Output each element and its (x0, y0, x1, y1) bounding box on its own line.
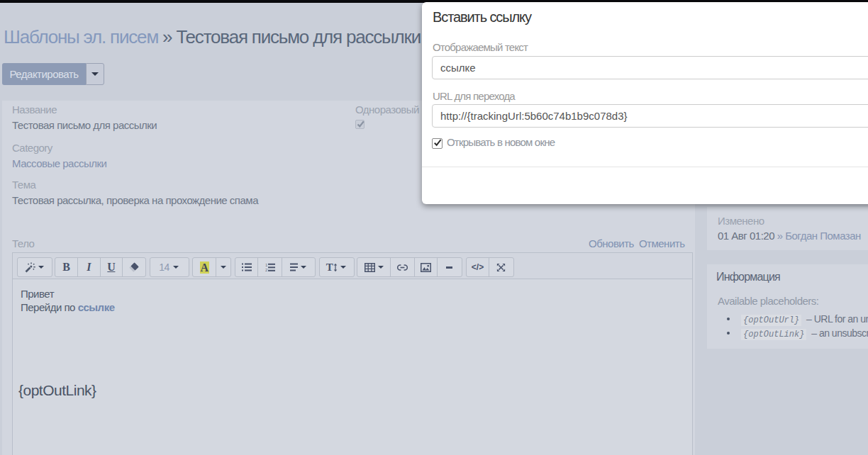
svg-text:1: 1 (265, 263, 268, 267)
svg-text:2: 2 (265, 268, 268, 272)
